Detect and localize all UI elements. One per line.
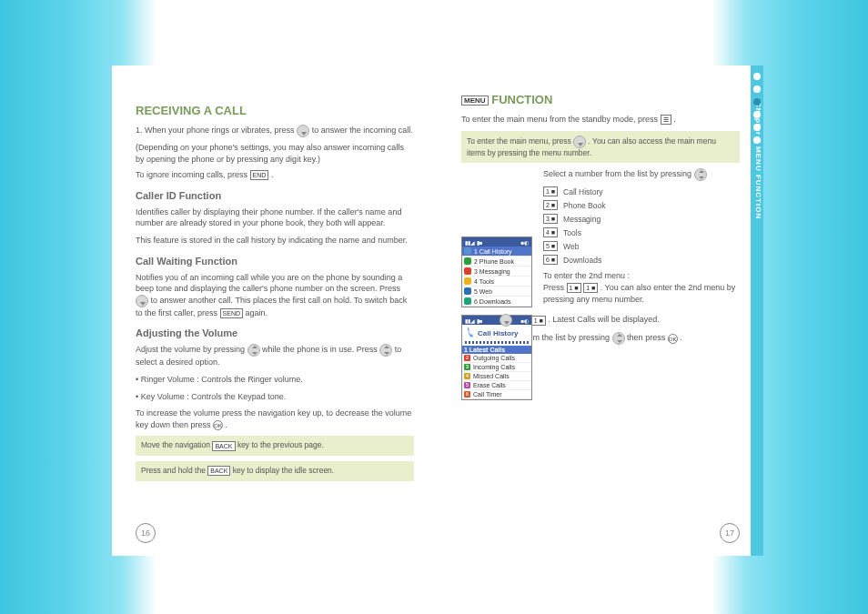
text: Web <box>563 242 579 251</box>
volume-ringer: • Ringer Volume : Controls the Ringer vo… <box>136 374 414 386</box>
text: 4 Tools <box>474 278 494 285</box>
chapter-label: Chapter 3 MENU FUNCTION <box>754 102 762 219</box>
end-key-icon: END <box>250 170 269 180</box>
text: Press and hold the <box>141 466 207 475</box>
phone-screenshot-main-menu: ▮▮◢ ▮■ ■◐ 1 Call History2 Phone Book3 Me… <box>461 237 532 307</box>
enter-main-menu: To enter the main menu from the standby … <box>461 114 740 126</box>
phone-icon <box>465 327 474 339</box>
note-main-menu: To enter the main menu, press . You can … <box>461 131 740 164</box>
menu-row: 6 ■Downloads <box>543 255 740 265</box>
phone-menu-item: 3 Messaging <box>462 267 531 277</box>
nav-down-icon <box>500 314 512 327</box>
step-ignore: To ignore incoming calls, press END . <box>136 169 414 181</box>
menu-item-icon <box>464 287 471 295</box>
volume-p1: Adjust the volume by pressing while the … <box>136 344 414 368</box>
band-dot-icon <box>753 73 761 80</box>
key-3-icon: 3 ■ <box>543 214 558 224</box>
nav-updown-icon <box>247 344 260 357</box>
phone-screenshots-column: ▮▮◢ ▮■ ■◐ 1 Call History2 Phone Book3 Me… <box>461 237 534 408</box>
band-dot-icon <box>753 124 761 131</box>
digit-badge-icon: 5 <box>464 382 470 388</box>
band-dot-icon <box>753 86 761 93</box>
phone-menu-item: 4 Tools <box>462 277 531 287</box>
phone-submenu-item: 5Erase Calls <box>462 381 531 390</box>
example-line: Ex) Press 1 ■ 1 ■ . Latest Calls will be… <box>461 314 740 327</box>
key-1-icon: 1 ■ <box>543 186 558 196</box>
phone-submenu-item: 4Missed Calls <box>462 372 531 381</box>
call-waiting-p: Notifies you of an incoming call while y… <box>136 272 414 319</box>
text: 1 Call History <box>474 248 512 255</box>
menu-item-icon <box>464 257 471 265</box>
volume-key: • Key Volume : Controls the Keypad tone. <box>136 391 414 403</box>
text: Call History <box>478 329 518 337</box>
menu-item-icon <box>464 247 471 255</box>
digit-badge-icon: 6 <box>464 391 470 398</box>
phone-submenu-item: 6Call Timer <box>462 390 531 399</box>
text: key to display the idle screen. <box>233 466 335 475</box>
text: Select a number from the list by pressin… <box>543 170 691 179</box>
text: Outgoing Calls <box>473 355 515 361</box>
nav-updown-icon <box>379 344 392 357</box>
text: 3 Messaging <box>474 268 510 275</box>
text: Missed Calls <box>473 373 510 379</box>
heading-volume: Adjusting the Volume <box>136 327 414 338</box>
phone-status-bar: ▮▮◢ ▮■ ■◐ <box>462 237 531 247</box>
text: again. <box>246 308 268 317</box>
menu-row: 4 ■Tools <box>543 227 740 237</box>
band-dot-icon <box>753 98 761 106</box>
heading-caller-id: Caller ID Function <box>136 190 414 201</box>
key-4-icon: 4 ■ <box>543 227 558 237</box>
divider-dots-icon <box>465 341 529 344</box>
text: 6 Downloads <box>474 298 510 305</box>
text: 2 Phone Book <box>474 258 514 265</box>
second-menu-p: To enter the 2nd menu : Press 1 ■ 1 ■ . … <box>543 270 740 305</box>
phone-submenu-item: 2Outgoing Calls <box>462 354 531 363</box>
text: Incoming Calls <box>473 364 515 370</box>
text: To ignore incoming calls, press <box>136 170 247 179</box>
back-key-icon: BACK <box>212 441 235 451</box>
caller-id-p1: Identifies caller by displaying their ph… <box>136 206 414 229</box>
phone-screenshot-call-history: ▮▮◢ ▮■ ■◐ Call History 1 Latest Calls 2O… <box>461 315 532 400</box>
side-band: Chapter 3 MENU FUNCTION <box>751 65 763 556</box>
text: . <box>673 115 676 124</box>
manual-left-page: RECEIVING A CALL 1. When your phone ring… <box>112 65 438 556</box>
nav-updown-icon <box>612 332 625 345</box>
text: Downloads <box>563 256 601 265</box>
signal-icon: ▮▮◢ ▮■ <box>465 317 482 324</box>
key-1-icon: 1 ■ <box>567 283 581 293</box>
menu-key-icon: MENU <box>461 96 489 106</box>
text: Call Timer <box>473 391 502 398</box>
note-back-2: Press and hold the BACK key to display t… <box>136 461 414 481</box>
text: while the phone is in use. Press <box>262 346 378 355</box>
manual-right-page: Chapter 3 MENU FUNCTION MENU FUNCTION To… <box>438 65 763 556</box>
menu-row: 1 ■Call History <box>543 186 740 196</box>
text: . <box>271 170 274 179</box>
phone-submenu-item: 3Incoming Calls <box>462 363 531 372</box>
heading-menu-function: MENU FUNCTION <box>461 93 740 106</box>
back-key-icon: BACK <box>207 466 230 476</box>
text: Move the navigation <box>141 440 212 449</box>
note-back-1: Move the navigation BACK key to the prev… <box>136 436 414 456</box>
menu-row: 5 ■Web <box>543 241 740 251</box>
send-key-icon: SEND <box>220 308 243 318</box>
menu-key-icon: ☰ <box>661 115 671 125</box>
text: To enter the main menu from the standby … <box>461 115 658 124</box>
phone-menu-item: 2 Phone Book <box>462 257 531 267</box>
nav-down-icon <box>136 295 148 307</box>
text: 1. When your phone rings or vibrates, pr… <box>136 126 295 135</box>
text: Phone Book <box>563 201 605 210</box>
menu-item-icon <box>464 277 471 285</box>
menu-row: 2 ■Phone Book <box>543 200 740 210</box>
phone-submenu-title: Call History <box>462 325 531 341</box>
heading-call-waiting: Call Waiting Function <box>136 256 414 267</box>
menu-row: 3 ■Messaging <box>543 214 740 224</box>
phone-menu-item: 5 Web <box>462 287 531 297</box>
key-2-icon: 2 ■ <box>543 200 558 210</box>
menu-body: Select a number from the list by pressin… <box>543 168 740 305</box>
battery-icon: ■◐ <box>520 317 529 324</box>
caller-id-p2: This feature is stored in the call histo… <box>136 235 414 247</box>
nav-down-icon <box>297 125 309 137</box>
phone-submenu-selected: 1 Latest Calls <box>462 346 531 354</box>
text: Messaging <box>563 215 601 224</box>
text: Call History <box>563 187 602 196</box>
